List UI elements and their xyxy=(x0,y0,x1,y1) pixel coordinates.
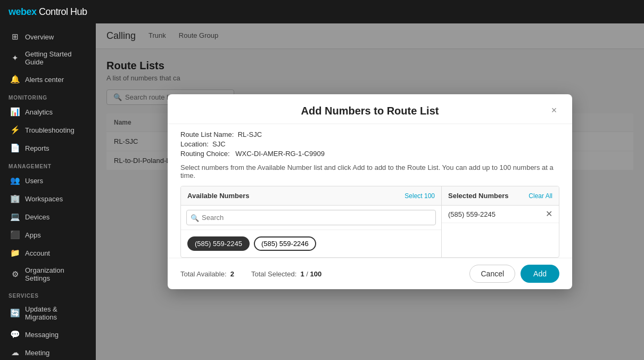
sidebar-item-users[interactable]: 👥 Users xyxy=(0,171,96,190)
number-chip-1[interactable]: (585) 559-2245 xyxy=(187,236,250,251)
sidebar-item-label: Organization Settings xyxy=(25,266,87,282)
account-icon: 📁 xyxy=(10,248,20,258)
modal-description: Select numbers from the Available Number… xyxy=(168,163,572,186)
sidebar-item-troubleshooting[interactable]: ⚡ Troubleshooting xyxy=(0,121,96,139)
sidebar-item-getting-started[interactable]: ✦ Getting Started Guide xyxy=(0,46,96,70)
available-panel-title: Available Numbers xyxy=(187,192,250,200)
sidebar-section-services: SERVICES xyxy=(0,287,96,301)
selected-number-value: (585) 559-2245 xyxy=(448,210,496,218)
available-search-input[interactable] xyxy=(186,210,436,225)
clear-all-button[interactable]: Clear All xyxy=(529,192,552,200)
users-icon: 👥 xyxy=(10,176,20,185)
sidebar-item-workspaces[interactable]: 🏢 Workspaces xyxy=(0,190,96,208)
devices-icon: 💻 xyxy=(10,212,20,222)
footer-buttons: Cancel Add xyxy=(469,265,559,283)
sidebar: ⊞ Overview ✦ Getting Started Guide 🔔 Ale… xyxy=(0,23,96,360)
selected-panel-header: Selected Numbers Clear All xyxy=(442,186,559,206)
webex-logo: webex Control Hub xyxy=(9,6,87,18)
sidebar-item-label: Devices xyxy=(25,213,49,221)
modal-close-button[interactable]: × xyxy=(547,103,562,118)
sidebar-item-label: Users xyxy=(25,177,43,185)
sidebar-item-label: Messaging xyxy=(25,331,59,339)
sidebar-item-org-settings[interactable]: ⚙ Organization Settings xyxy=(0,262,96,287)
available-search-container: 🔍 xyxy=(181,206,441,230)
remove-number-button[interactable]: ✕ xyxy=(546,210,552,218)
footer-stats: Total Available: 2 Total Selected: 1 / 1… xyxy=(180,270,321,278)
sidebar-item-label: Getting Started Guide xyxy=(25,50,87,66)
sidebar-item-analytics[interactable]: 📊 Analytics xyxy=(0,103,96,121)
number-chip-2[interactable]: (585) 559-2246 xyxy=(254,236,316,251)
available-numbers-list: (585) 559-2245 (585) 559-2246 xyxy=(181,230,441,257)
meeting-icon: ☁ xyxy=(10,348,20,357)
overview-icon: ⊞ xyxy=(10,32,20,42)
troubleshooting-icon: ⚡ xyxy=(10,125,20,135)
sidebar-item-messaging[interactable]: 💬 Messaging xyxy=(0,325,96,343)
top-navigation: webex Control Hub xyxy=(0,0,644,23)
add-button[interactable]: Add xyxy=(521,265,559,283)
selected-numbers-list: (585) 559-2245 ✕ xyxy=(442,206,559,257)
product-name: Control Hub xyxy=(39,6,87,17)
messaging-icon: 💬 xyxy=(10,330,20,339)
select-100-button[interactable]: Select 100 xyxy=(404,192,435,200)
brand-logo: webex Control Hub xyxy=(9,6,87,18)
workspaces-icon: 🏢 xyxy=(10,194,20,203)
alerts-icon: 🔔 xyxy=(10,75,20,84)
sidebar-item-label: Reports xyxy=(25,144,49,152)
getting-started-icon: ✦ xyxy=(10,53,20,63)
total-available-stat: Total Available: 2 xyxy=(180,270,234,278)
reports-icon: 📄 xyxy=(10,143,20,153)
route-list-name-meta: Route List Name: RL-SJC xyxy=(180,130,559,138)
sidebar-item-label: Meeting xyxy=(25,349,49,357)
sidebar-item-meeting[interactable]: ☁ Meeting xyxy=(0,343,96,360)
modal-footer: Total Available: 2 Total Selected: 1 / 1… xyxy=(168,258,572,289)
content-area: Calling Trunk Route Group Route Lists A … xyxy=(96,23,644,360)
sidebar-item-account[interactable]: 📁 Account xyxy=(0,244,96,262)
sidebar-item-overview[interactable]: ⊞ Overview xyxy=(0,28,96,46)
sidebar-item-label: Account xyxy=(25,249,50,257)
sidebar-item-label: Analytics xyxy=(25,108,53,116)
analytics-icon: 📊 xyxy=(10,107,20,117)
sidebar-item-label: Workspaces xyxy=(25,195,63,203)
apps-icon: ⬛ xyxy=(10,230,20,240)
org-settings-icon: ⚙ xyxy=(10,269,20,279)
updates-migrations-icon: 🔄 xyxy=(10,308,20,318)
selected-numbers-panel: Selected Numbers Clear All (585) 559-224… xyxy=(442,186,559,257)
modal-meta: Route List Name: RL-SJC Location: SJC Ro… xyxy=(168,124,572,163)
available-panel-header: Available Numbers Select 100 xyxy=(181,186,441,206)
selected-number-row-1: (585) 559-2245 ✕ xyxy=(442,206,559,223)
sidebar-item-alerts[interactable]: 🔔 Alerts center xyxy=(0,70,96,88)
selected-panel-title: Selected Numbers xyxy=(448,192,508,200)
add-numbers-modal: Add Numbers to Route List × Route List N… xyxy=(168,94,572,289)
modal-header: Add Numbers to Route List × xyxy=(168,94,572,124)
sidebar-item-label: Overview xyxy=(25,33,54,41)
routing-choice-meta: Routing Choice: WXC-DI-AMER-RG-1-C9909 xyxy=(180,150,559,158)
location-meta: Location: SJC xyxy=(180,140,559,148)
sidebar-item-apps[interactable]: ⬛ Apps xyxy=(0,226,96,244)
sidebar-item-reports[interactable]: 📄 Reports xyxy=(0,139,96,157)
modal-title: Add Numbers to Route List xyxy=(180,105,559,117)
sidebar-item-label: Alerts center xyxy=(25,76,64,84)
sidebar-section-monitoring: MONITORING xyxy=(0,88,96,103)
sidebar-item-label: Apps xyxy=(25,231,41,239)
available-numbers-panel: Available Numbers Select 100 🔍 (585) 55 xyxy=(181,186,442,257)
sidebar-item-updates-migrations[interactable]: 🔄 Updates & Migrations xyxy=(0,301,96,325)
total-selected-stat: Total Selected: 1 / 100 xyxy=(251,270,321,278)
sidebar-item-label: Updates & Migrations xyxy=(25,305,87,321)
cancel-button[interactable]: Cancel xyxy=(469,265,515,283)
sidebar-item-label: Troubleshooting xyxy=(25,126,75,134)
sidebar-section-management: MANAGEMENT xyxy=(0,157,96,171)
number-panels: Available Numbers Select 100 🔍 (585) 55 xyxy=(180,186,559,258)
modal-overlay: Add Numbers to Route List × Route List N… xyxy=(96,23,644,360)
sidebar-item-devices[interactable]: 💻 Devices xyxy=(0,208,96,226)
available-search-icon: 🔍 xyxy=(191,214,199,222)
